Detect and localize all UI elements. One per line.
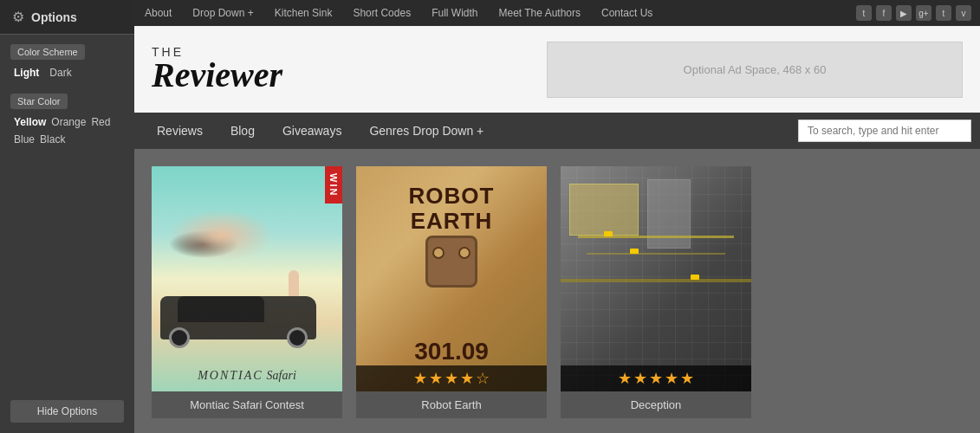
book-stars-3: ★ ★ ★ ★ ★ xyxy=(561,365,751,391)
color-scheme-label: Color Scheme xyxy=(10,44,85,60)
top-nav-contact[interactable]: Contact Us xyxy=(591,0,663,26)
nav-giveaways[interactable]: Giveaways xyxy=(269,113,355,149)
book-cover-3[interactable]: ★ ★ ★ ★ ★ xyxy=(561,166,751,391)
book-card-1: WIN MONTIAC Safari Montiac Safari Contes… xyxy=(152,166,342,418)
social-tumblr-icon[interactable]: t xyxy=(936,5,951,21)
nav-genres[interactable]: Genres Drop Down + xyxy=(355,113,497,149)
social-twitter-icon[interactable]: t xyxy=(856,5,872,21)
book-cover-2[interactable]: ROBOTEARTH 301.09 ★ ★ ★ ★ ☆ xyxy=(356,166,547,391)
star-2: ★ xyxy=(429,369,443,388)
content-area: WIN MONTIAC Safari Montiac Safari Contes… xyxy=(134,149,980,433)
color-scheme-section: Color Scheme Light Dark xyxy=(0,35,134,84)
options-panel: ⚙ Options Color Scheme Light Dark Star C… xyxy=(0,0,134,433)
star-color-yellow[interactable]: Yellow xyxy=(14,116,46,128)
star-color-options: Yellow Orange Red Blue Black xyxy=(10,116,124,145)
win-badge: WIN xyxy=(325,166,342,204)
main-nav: Reviews Blog Giveaways Genres Drop Down … xyxy=(134,113,980,149)
gear-icon: ⚙ xyxy=(12,9,24,25)
star-d-3: ★ xyxy=(649,369,663,388)
color-scheme-light[interactable]: Light xyxy=(14,67,39,79)
star-d-4: ★ xyxy=(665,369,678,388)
book-title-2: Robot Earth xyxy=(356,391,547,418)
ad-space: Optional Ad Space, 468 x 60 xyxy=(547,42,963,98)
star-color-orange[interactable]: Orange xyxy=(51,116,86,128)
hide-options-button[interactable]: Hide Options xyxy=(10,400,124,423)
book-card-2: ROBOTEARTH 301.09 ★ ★ ★ ★ ☆ Robot xyxy=(356,166,547,418)
book-cover-1[interactable]: WIN MONTIAC Safari xyxy=(152,166,342,391)
color-scheme-dark[interactable]: Dark xyxy=(49,67,71,79)
social-vimeo-icon[interactable]: v xyxy=(956,5,971,21)
main-wrapper: About Drop Down + Kitchen Sink Short Cod… xyxy=(134,0,980,433)
main-nav-links: Reviews Blog Giveaways Genres Drop Down … xyxy=(143,113,497,149)
nav-blog[interactable]: Blog xyxy=(217,113,269,149)
star-4: ★ xyxy=(460,369,474,388)
book-card-3: ★ ★ ★ ★ ★ Deception xyxy=(561,166,751,418)
top-nav-links: About Drop Down + Kitchen Sink Short Cod… xyxy=(134,0,663,26)
social-facebook-icon[interactable]: f xyxy=(876,5,892,21)
site-header: THE Reviewer Optional Ad Space, 468 x 60 xyxy=(134,26,980,113)
robot-earth-number: 301.09 xyxy=(414,338,489,365)
top-nav-kitchen-sink[interactable]: Kitchen Sink xyxy=(264,0,343,26)
top-nav: About Drop Down + Kitchen Sink Short Cod… xyxy=(134,0,980,26)
star-color-red[interactable]: Red xyxy=(91,116,110,128)
book-title-3: Deception xyxy=(561,391,751,418)
options-header: ⚙ Options xyxy=(0,0,134,35)
color-scheme-options: Light Dark xyxy=(10,67,124,79)
star-3: ★ xyxy=(445,369,458,388)
top-nav-dropdown[interactable]: Drop Down + xyxy=(182,0,263,26)
nav-reviews[interactable]: Reviews xyxy=(143,113,217,149)
social-youtube-icon[interactable]: ▶ xyxy=(896,5,912,21)
logo-reviewer: Reviewer xyxy=(152,55,282,94)
top-nav-about[interactable]: About xyxy=(134,0,182,26)
top-nav-full-width[interactable]: Full Width xyxy=(421,0,488,26)
search-input[interactable] xyxy=(798,120,971,142)
star-color-black[interactable]: Black xyxy=(40,133,65,145)
social-icons: t f ▶ g+ t v xyxy=(856,5,971,21)
robot-earth-text: ROBOTEARTH xyxy=(373,184,529,233)
social-google-icon[interactable]: g+ xyxy=(916,5,931,21)
star-d-2: ★ xyxy=(633,369,647,388)
star-half: ☆ xyxy=(476,369,490,388)
site-logo[interactable]: THE Reviewer xyxy=(152,46,282,93)
star-d-1: ★ xyxy=(618,369,632,388)
top-nav-short-codes[interactable]: Short Codes xyxy=(342,0,421,26)
options-title: Options xyxy=(31,10,77,24)
book-title-1: Montiac Safari Contest xyxy=(152,391,342,418)
star-d-5: ★ xyxy=(680,369,694,388)
star-1: ★ xyxy=(413,369,427,388)
ad-space-text: Optional Ad Space, 468 x 60 xyxy=(684,63,827,76)
star-color-blue[interactable]: Blue xyxy=(14,133,35,145)
star-color-section: Star Color Yellow Orange Red Blue Black xyxy=(0,84,134,151)
star-color-label: Star Color xyxy=(10,94,68,109)
top-nav-authors[interactable]: Meet The Authors xyxy=(488,0,591,26)
book-stars-2: ★ ★ ★ ★ ☆ xyxy=(356,365,547,391)
